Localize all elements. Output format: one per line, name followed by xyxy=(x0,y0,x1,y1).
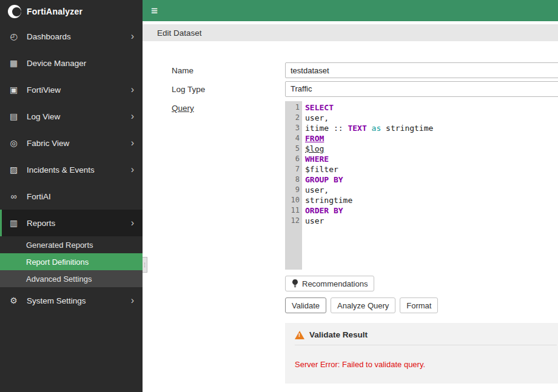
sidebar-item-label: FortiView xyxy=(27,85,123,95)
page-header: Edit Dataset xyxy=(143,24,558,41)
sidebar: FortiAnalyzer ◴ Dashboards › ▦ Device Ma… xyxy=(0,0,143,392)
line-number: 1 xyxy=(285,102,300,113)
code-line: FROM xyxy=(305,133,558,144)
sidebar-subitem-label: Report Definitions xyxy=(26,257,89,267)
chevron-right-icon: › xyxy=(131,111,134,121)
sidebar-item-fabric-view[interactable]: ◎ Fabric View › xyxy=(0,130,143,156)
sidebar-subitem-generated-reports[interactable]: Generated Reports xyxy=(0,236,143,253)
code-line: GROUP BY xyxy=(305,174,558,185)
content: Name Log Type Traffic Query 123456789101… xyxy=(143,41,558,392)
logtype-field-wrap: Traffic xyxy=(285,81,558,97)
server-error-text: Server Error: Failed to validate query. xyxy=(295,360,557,369)
line-number: 11 xyxy=(285,205,300,216)
recommendations-button[interactable]: Recommendations xyxy=(285,276,374,291)
lightbulb-icon xyxy=(292,279,298,288)
logtype-label: Log Type xyxy=(172,81,285,94)
name-input[interactable] xyxy=(285,62,558,78)
reports-icon: ▥ xyxy=(8,218,19,228)
line-number: 3 xyxy=(285,123,300,133)
query-actions-row: Validate Analyze Query Format xyxy=(285,297,558,313)
analyze-query-button[interactable]: Analyze Query xyxy=(331,297,395,313)
main-area: ≡ Edit Dataset Name Log Type Traffic Que… xyxy=(143,0,558,392)
app-logo-row[interactable]: FortiAnalyzer xyxy=(0,0,143,23)
code-line: itime :: TEXT as stringtime xyxy=(305,123,558,133)
validate-result-panel: Validate Result Server Error: Failed to … xyxy=(285,323,558,384)
format-button[interactable]: Format xyxy=(400,297,438,313)
line-number: 10 xyxy=(285,195,300,205)
code-line: user, xyxy=(305,185,558,195)
line-number: 9 xyxy=(285,185,300,195)
gauge-icon: ◴ xyxy=(8,32,19,41)
sidebar-item-label: Fabric View xyxy=(27,139,123,148)
code-line: stringtime xyxy=(305,195,558,205)
line-number: 7 xyxy=(285,164,300,174)
editor-code: SELECTuser,itime :: TEXT as stringtimeFR… xyxy=(302,101,558,270)
code-line: SELECT xyxy=(305,102,558,113)
sidebar-item-device-manager[interactable]: ▦ Device Manager xyxy=(0,50,143,76)
edit-dataset-form: Name Log Type Traffic Query 123456789101… xyxy=(172,62,558,384)
app-root: FortiAnalyzer ◴ Dashboards › ▦ Device Ma… xyxy=(0,0,558,392)
query-field-wrap: 123456789101112 SELECTuser,itime :: TEXT… xyxy=(285,100,558,384)
sidebar-subitem-label: Advanced Settings xyxy=(26,274,92,284)
sidebar-item-fortiai[interactable]: ∞ FortiAI xyxy=(0,183,143,210)
validate-button[interactable]: Validate xyxy=(285,297,326,313)
line-number: 2 xyxy=(285,113,300,123)
logtype-select[interactable]: Traffic xyxy=(285,81,558,97)
sidebar-subitem-label: Generated Reports xyxy=(26,241,93,250)
chevron-right-icon: › xyxy=(131,32,134,41)
sidebar-item-label: Incidents & Events xyxy=(27,165,123,174)
monitor-icon: ▣ xyxy=(8,85,19,95)
chevron-right-icon: › xyxy=(131,296,134,305)
sidebar-item-label: Reports xyxy=(27,219,123,228)
sidebar-item-reports[interactable]: ▥ Reports › xyxy=(0,210,143,236)
line-number: 12 xyxy=(285,216,300,226)
chevron-right-icon: › xyxy=(131,138,134,148)
sidebar-item-label: System Settings xyxy=(27,296,123,305)
sidebar-item-label: Device Manager xyxy=(27,59,134,68)
gear-icon: ⚙ xyxy=(8,296,19,305)
sidebar-item-log-view[interactable]: ▤ Log View › xyxy=(0,103,143,130)
line-number: 5 xyxy=(285,144,300,154)
sidebar-subitem-report-definitions[interactable]: Report Definitions xyxy=(0,253,143,270)
line-number: 8 xyxy=(285,174,300,185)
code-line: WHERE xyxy=(305,154,558,164)
code-line: user xyxy=(305,216,558,226)
sidebar-item-incidents-events[interactable]: ▨ Incidents & Events › xyxy=(0,156,143,183)
chevron-right-icon: › xyxy=(131,85,134,95)
log-list-icon: ▤ xyxy=(8,111,19,121)
chevron-right-icon: › xyxy=(131,165,134,174)
hamburger-menu-icon[interactable]: ≡ xyxy=(151,4,158,18)
validate-result-header: Validate Result xyxy=(295,330,557,345)
device-grid-icon: ▦ xyxy=(8,58,19,68)
editor-gutter: 123456789101112 xyxy=(285,101,302,270)
line-number: 6 xyxy=(285,154,300,164)
sidebar-item-system-settings[interactable]: ⚙ System Settings › xyxy=(0,287,143,314)
fortiai-icon: ∞ xyxy=(8,191,19,201)
sidebar-item-fortiview[interactable]: ▣ FortiView › xyxy=(0,76,143,103)
sidebar-item-label: Dashboards xyxy=(27,32,123,41)
sidebar-item-label: Log View xyxy=(27,112,123,121)
splitter-grip-icon[interactable]: ⋮ xyxy=(143,257,147,273)
sidebar-subitem-advanced-settings[interactable]: Advanced Settings xyxy=(0,270,143,287)
sidebar-item-dashboards[interactable]: ◴ Dashboards › xyxy=(0,23,143,50)
page-title: Edit Dataset xyxy=(157,28,202,38)
chevron-right-icon: › xyxy=(131,218,134,228)
recommendations-label: Recommendations xyxy=(302,279,368,288)
line-number: 4 xyxy=(285,133,300,144)
sidebar-item-label: FortiAI xyxy=(27,192,134,201)
app-title: FortiAnalyzer xyxy=(27,7,82,16)
fabric-target-icon: ◎ xyxy=(8,138,19,148)
fortianalyzer-logo-icon xyxy=(8,5,21,18)
topbar: ≡ xyxy=(143,0,558,21)
warning-triangle-icon xyxy=(295,331,304,339)
query-editor[interactable]: 123456789101112 SELECTuser,itime :: TEXT… xyxy=(285,101,558,270)
name-label: Name xyxy=(172,62,285,75)
recommendations-row: Recommendations xyxy=(285,276,558,291)
logtype-selected-value: Traffic xyxy=(291,84,312,93)
query-label: Query xyxy=(172,100,285,113)
name-field-wrap xyxy=(285,62,558,78)
incidents-icon: ▨ xyxy=(8,165,19,174)
code-line: $filter xyxy=(305,164,558,174)
code-line: $log xyxy=(305,144,558,154)
code-line: ORDER BY xyxy=(305,205,558,216)
